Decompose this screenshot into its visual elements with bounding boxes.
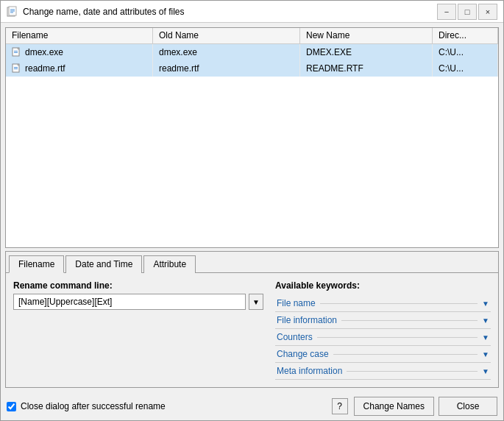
change-names-button[interactable]: Change Names	[354, 397, 434, 416]
maximize-button[interactable]: □	[458, 4, 477, 20]
tab-attribute[interactable]: Attribute	[143, 255, 196, 273]
keyword-separator	[333, 354, 478, 355]
tab-date-time[interactable]: Date and Time	[65, 255, 142, 273]
rename-panel: Rename command line: ▼	[13, 280, 263, 380]
keyword-filename[interactable]: File name ▼	[275, 295, 491, 312]
keyword-separator	[317, 337, 478, 338]
rename-input-row: ▼	[13, 294, 263, 310]
file-table-container: Filename Old Name New Name Direc... dmex…	[5, 27, 499, 248]
keyword-separator	[320, 303, 478, 304]
keyword-counters[interactable]: Counters ▼	[275, 329, 491, 346]
cell-filename-1: readme.rtf	[6, 60, 153, 77]
close-button[interactable]: Close	[439, 397, 497, 416]
help-button[interactable]: ?	[332, 398, 348, 414]
col-header-filename: Filename	[6, 28, 153, 43]
cell-filename-0: dmex.exe	[6, 44, 153, 60]
chevron-down-icon: ▼	[482, 316, 489, 325]
action-buttons: Change Names Close	[354, 397, 497, 416]
keyword-separator	[341, 320, 478, 321]
col-header-oldname: Old Name	[153, 28, 300, 43]
chevron-down-icon: ▼	[482, 350, 489, 358]
file-rtf-icon	[12, 63, 22, 74]
minimize-button[interactable]: −	[437, 4, 456, 20]
svg-rect-11	[14, 67, 18, 68]
file-exe-icon	[12, 47, 22, 57]
cell-newname-0: DMEX.EXE	[300, 44, 433, 60]
tab-bar: Filename Date and Time Attribute	[6, 252, 498, 273]
tab-content: Rename command line: ▼ Available keyword…	[6, 273, 498, 387]
window-controls: − □ ×	[437, 4, 497, 20]
chevron-down-icon: ▼	[482, 367, 489, 375]
rename-dropdown-button[interactable]: ▼	[249, 294, 263, 310]
col-header-directory: Direc...	[433, 28, 498, 43]
keywords-label: Available keywords:	[275, 280, 491, 291]
file-table-body: dmex.exe dmex.exe DMEX.EXE C:\U... readm…	[6, 44, 498, 247]
window-title: Change name, date and attributes of file…	[23, 7, 437, 17]
keyword-separator	[347, 371, 478, 372]
close-checkbox-label: Close dialog after successful rename	[21, 401, 166, 411]
table-header: Filename Old Name New Name Direc...	[6, 28, 498, 44]
keyword-fileinfo[interactable]: File information ▼	[275, 312, 491, 329]
close-window-button[interactable]: ×	[478, 4, 497, 20]
keyword-changecase[interactable]: Change case ▼	[275, 346, 491, 363]
keywords-panel: Available keywords: File name ▼ File inf…	[275, 280, 491, 380]
main-window: Change name, date and attributes of file…	[0, 0, 504, 421]
cell-newname-1: README.RTF	[300, 60, 433, 77]
col-header-newname: New Name	[300, 28, 433, 43]
keyword-metainfo[interactable]: Meta information ▼	[275, 363, 491, 380]
chevron-down-icon: ▼	[482, 300, 489, 308]
window-icon	[7, 6, 18, 18]
close-after-rename-checkbox[interactable]	[7, 402, 16, 411]
cell-dir-1: C:\U...	[433, 60, 498, 77]
close-checkbox-row: Close dialog after successful rename	[7, 401, 166, 411]
rename-command-input[interactable]	[13, 294, 246, 310]
title-bar: Change name, date and attributes of file…	[1, 1, 503, 23]
table-row[interactable]: readme.rtf readme.rtf README.RTF C:\U...	[6, 60, 498, 77]
table-row[interactable]: dmex.exe dmex.exe DMEX.EXE C:\U...	[6, 44, 498, 60]
footer: Close dialog after successful rename ? C…	[1, 392, 503, 420]
svg-rect-7	[14, 51, 18, 52]
chevron-down-icon: ▼	[482, 333, 489, 342]
bottom-panel: Filename Date and Time Attribute Rename …	[5, 251, 499, 388]
tab-filename[interactable]: Filename	[9, 255, 64, 273]
cell-dir-0: C:\U...	[433, 44, 498, 60]
cell-oldname-1: readme.rtf	[153, 60, 300, 77]
svg-rect-12	[14, 68, 18, 69]
svg-rect-8	[14, 52, 18, 53]
cell-oldname-0: dmex.exe	[153, 44, 300, 60]
rename-label: Rename command line:	[13, 280, 263, 291]
